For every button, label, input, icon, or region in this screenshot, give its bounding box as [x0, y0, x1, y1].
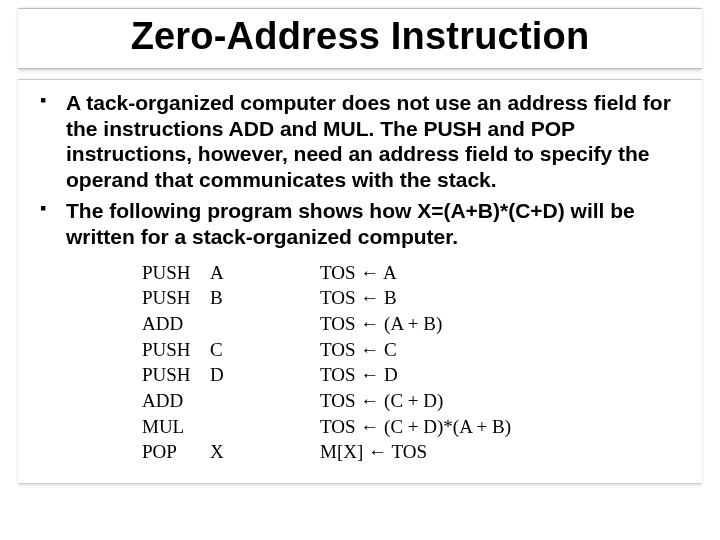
- arg-cell: D: [210, 362, 320, 388]
- effect-cell: TOS ← B: [320, 285, 688, 311]
- program-row: ADD TOS ← (C + D): [142, 388, 688, 414]
- instr-cell: PUSH: [142, 285, 210, 311]
- arg-cell: [210, 414, 320, 440]
- bullet-list: A tack-organized computer does not use a…: [32, 90, 688, 250]
- arg-cell: [210, 311, 320, 337]
- instr-cell: ADD: [142, 388, 210, 414]
- arg-cell: A: [210, 260, 320, 286]
- program-row: PUSH C TOS ← C: [142, 337, 688, 363]
- arg-cell: X: [210, 439, 320, 465]
- instr-cell: POP: [142, 439, 210, 465]
- effect-cell: TOS ← (A + B): [320, 311, 688, 337]
- program-row: ADD TOS ← (A + B): [142, 311, 688, 337]
- effect-cell: TOS ← A: [320, 260, 688, 286]
- instr-cell: PUSH: [142, 337, 210, 363]
- effect-cell: TOS ← (C + D)*(A + B): [320, 414, 688, 440]
- arg-cell: [210, 388, 320, 414]
- instr-cell: MUL: [142, 414, 210, 440]
- arg-cell: C: [210, 337, 320, 363]
- instr-cell: PUSH: [142, 362, 210, 388]
- program-row: PUSH D TOS ← D: [142, 362, 688, 388]
- program-listing: PUSH A TOS ← A PUSH B TOS ← B ADD TOS ← …: [142, 260, 688, 465]
- program-row: POP X M[X] ← TOS: [142, 439, 688, 465]
- effect-cell: TOS ← C: [320, 337, 688, 363]
- effect-cell: TOS ← (C + D): [320, 388, 688, 414]
- effect-cell: M[X] ← TOS: [320, 439, 688, 465]
- bullet-item: The following program shows how X=(A+B)*…: [62, 198, 688, 249]
- program-row: PUSH B TOS ← B: [142, 285, 688, 311]
- slide-title: Zero-Address Instruction: [18, 15, 702, 58]
- program-row: MUL TOS ← (C + D)*(A + B): [142, 414, 688, 440]
- body-container: A tack-organized computer does not use a…: [18, 79, 702, 484]
- slide: Zero-Address Instruction A tack-organize…: [0, 0, 720, 540]
- program-row: PUSH A TOS ← A: [142, 260, 688, 286]
- title-container: Zero-Address Instruction: [18, 8, 702, 69]
- effect-cell: TOS ← D: [320, 362, 688, 388]
- bullet-item: A tack-organized computer does not use a…: [62, 90, 688, 192]
- arg-cell: B: [210, 285, 320, 311]
- instr-cell: ADD: [142, 311, 210, 337]
- instr-cell: PUSH: [142, 260, 210, 286]
